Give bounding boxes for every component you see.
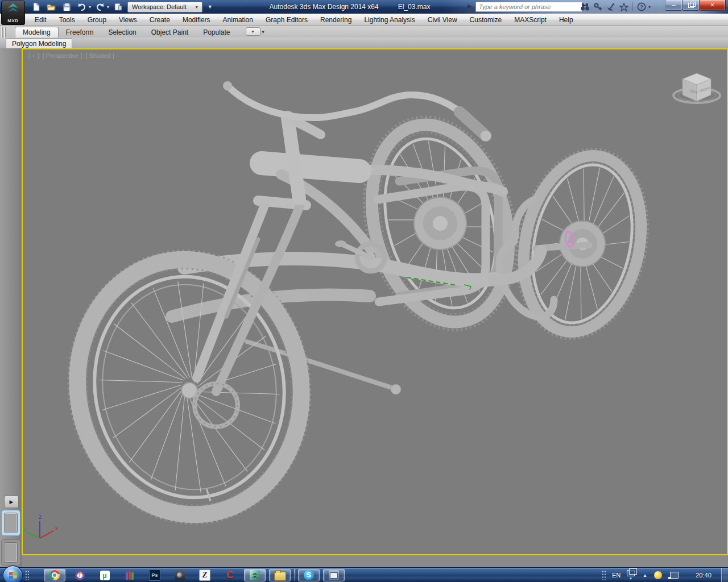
redo-button[interactable] [94, 1, 106, 13]
network-icon[interactable] [670, 572, 679, 579]
menu-animation[interactable]: Animation [217, 14, 259, 26]
menu-views[interactable]: Views [113, 14, 143, 26]
ribbon-tab-object-paint[interactable]: Object Paint [144, 27, 196, 38]
ribbon-tab-selection[interactable]: Selection [101, 27, 143, 38]
taskbar-app-winrar[interactable] [119, 569, 140, 581]
svg-text:?: ? [640, 4, 643, 10]
menu-customize[interactable]: Customize [464, 14, 508, 26]
viewport-layout-tab-alt[interactable] [1, 539, 20, 566]
open-file-button[interactable] [45, 1, 57, 13]
help-dropdown-arrow[interactable]: ▾ [648, 5, 651, 10]
menu-create[interactable]: Create [143, 14, 176, 26]
ribbon-tab-modeling[interactable]: Modeling [15, 27, 59, 38]
restore-button[interactable] [682, 0, 700, 11]
toolbar-overflow-arrow[interactable]: ▼ [208, 4, 213, 10]
tray-app-icon[interactable] [654, 571, 662, 579]
keyboard-layout-icon[interactable]: ▾ [627, 570, 635, 581]
chrome-icon [49, 570, 60, 580]
menu-rendering[interactable]: Rendering [314, 14, 358, 26]
tray-grip [602, 570, 606, 580]
viewport-shading-menu[interactable]: [ Shaded ] [85, 52, 114, 59]
ribbon-minimize-button[interactable]: ▼ [246, 27, 260, 36]
taskbar-app-explorer[interactable] [269, 569, 291, 581]
new-file-button[interactable] [30, 1, 42, 13]
menu-graph-editors[interactable]: Graph Editors [259, 14, 314, 26]
start-button[interactable] [3, 566, 23, 582]
menu-civil-view[interactable]: Civil View [421, 14, 464, 26]
viewport-general-menu[interactable]: [ + ] [28, 52, 39, 59]
workspace-dropdown[interactable]: Workspace: Default ▾ [127, 2, 202, 13]
layout-flyout-button[interactable]: ▶ [4, 496, 19, 508]
show-desktop-button[interactable] [721, 568, 728, 582]
taskbar-app-viewer[interactable] [323, 569, 345, 581]
application-menu-button[interactable]: MXD [1, 1, 25, 25]
taskbar-app-winamp[interactable] [69, 569, 90, 581]
search-input[interactable] [479, 3, 579, 10]
language-indicator[interactable]: EN [612, 568, 621, 582]
quick-access-toolbar: ▾ ▾ Workspace: Default ▾ ▼ [30, 1, 213, 13]
taskbar-app-3dsmax[interactable] [244, 569, 266, 581]
3dsmax-taskbar-icon [250, 570, 260, 580]
subscription-dish-icon[interactable] [606, 3, 615, 11]
show-hidden-icons-button[interactable]: ▲ [643, 568, 647, 582]
menu-edit[interactable]: Edit [28, 14, 53, 26]
save-floppy-icon [63, 3, 71, 11]
communication-key-icon[interactable] [594, 3, 602, 11]
menu-help[interactable]: Help [553, 14, 580, 26]
save-file-button[interactable] [60, 1, 73, 13]
taskbar-app-photoshop[interactable]: Ps [144, 569, 166, 581]
title-bar: ▾ ▾ Workspace: Default ▾ ▼ Autodesk 3ds … [0, 0, 728, 14]
c-app-icon: C [226, 570, 233, 580]
world-axis-tripod: z x y [23, 514, 58, 538]
3dsmax-logo-icon [7, 3, 19, 13]
viewport-pov-menu[interactable]: [ Perspective ] [43, 52, 82, 59]
minimize-button[interactable]: – [665, 0, 682, 11]
infocenter-collapse-arrow[interactable]: ▶ [468, 3, 472, 10]
viewport-canvas[interactable]: LEFT FRONT z x y [23, 49, 727, 554]
menu-modifiers[interactable]: Modifiers [176, 14, 217, 26]
search-field[interactable] [475, 2, 582, 12]
viewport-layout-tab-active[interactable] [1, 510, 20, 536]
clock[interactable]: 20:40 [689, 568, 718, 582]
viewcube[interactable]: LEFT FRONT [673, 73, 720, 103]
app-title: Autodesk 3ds Max Design 2014 x64 [270, 3, 379, 11]
photoshop-icon: Ps [149, 569, 160, 581]
favorites-star-icon[interactable] [619, 3, 628, 11]
restore-icon [688, 3, 694, 8]
ribbon-tab-bar: Modeling Freeform Selection Object Paint… [0, 26, 728, 38]
language-label: EN [612, 572, 621, 579]
taskbar-app-c[interactable]: C [219, 569, 241, 581]
menu-tools[interactable]: Tools [53, 14, 81, 26]
menu-maxscript[interactable]: MAXScript [508, 14, 553, 26]
layout-dropdown-arrow: ▾ [627, 576, 635, 581]
ribbon-tab-freeform[interactable]: Freeform [59, 27, 101, 38]
taskbar-app-utorrent[interactable]: µ [94, 569, 115, 581]
search-binoculars-icon[interactable] [580, 3, 590, 11]
menu-lighting-analysis[interactable]: Lighting Analysis [358, 14, 421, 26]
menu-bar: Edit Tools Group Views Create Modifiers … [0, 14, 728, 26]
taskbar-grip [25, 570, 30, 580]
undo-button[interactable] [76, 1, 88, 13]
window-title: Autodesk 3ds Max Design 2014 x64 El_03.m… [222, 0, 478, 14]
project-folder-button[interactable] [112, 1, 125, 13]
viewport-label: [ + ] [ Perspective ] [ Shaded ] [28, 52, 114, 59]
taskbar-app-skype[interactable]: S [298, 569, 320, 581]
taskbar-app-z[interactable]: Z [194, 569, 216, 581]
taskbar-app-chrome[interactable] [44, 569, 65, 581]
lightning-app-icon [75, 571, 85, 580]
undo-icon [77, 3, 86, 11]
ribbon-minimize-dropdown-arrow[interactable]: ▾ [262, 30, 264, 35]
perspective-viewport[interactable]: [ + ] [ Perspective ] [ Shaded ] [22, 48, 728, 555]
clock-label: 20:40 [696, 572, 712, 579]
explorer-folder-icon [274, 572, 286, 581]
panel-tab-polygon-modeling[interactable]: Polygon Modeling [6, 38, 72, 48]
taskbar-app-media[interactable] [169, 569, 191, 581]
menu-group[interactable]: Group [81, 14, 113, 26]
help-icon[interactable]: ? [637, 2, 646, 11]
document-title: El_03.max [398, 3, 431, 11]
redo-dropdown-arrow[interactable]: ▾ [107, 5, 109, 10]
undo-dropdown-arrow[interactable]: ▾ [89, 5, 91, 10]
ribbon-tab-populate[interactable]: Populate [196, 27, 237, 38]
close-button[interactable]: × [699, 0, 726, 11]
axis-y-label: y [23, 526, 26, 532]
